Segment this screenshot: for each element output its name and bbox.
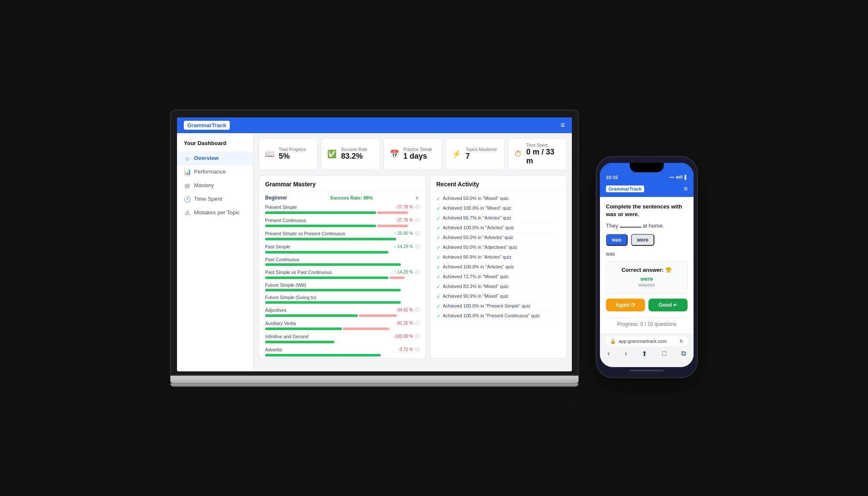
sidebar-label-overview: Overview bbox=[194, 155, 219, 161]
success-rate-label: Success Rate: bbox=[330, 195, 362, 200]
sidebar-label-performance: Performance bbox=[194, 168, 226, 175]
bar-row-11 bbox=[265, 354, 420, 356]
phone-content: Complete the sentences with was or were.… bbox=[600, 197, 694, 333]
bookmarks-btn[interactable]: □ bbox=[662, 350, 666, 357]
activity-item: ✓ Achieved 100.0% in "Articles" quiz bbox=[437, 262, 561, 272]
forward-btn[interactable]: › bbox=[625, 350, 627, 357]
bar-red-0 bbox=[377, 211, 408, 214]
phone-menu-icon[interactable]: ≡ bbox=[684, 185, 688, 193]
stat-info-streak: Practice Streak 1 days bbox=[403, 147, 432, 161]
timer-icon: ⏱ bbox=[514, 150, 522, 159]
bar-row-1 bbox=[265, 225, 420, 227]
activity-text: Achieved 50.0% in "Adverbs" quiz bbox=[443, 235, 514, 240]
stat-label-total: Total Progress bbox=[279, 147, 306, 152]
topic-name-10: Infinitive and Gerund bbox=[265, 334, 308, 339]
scene: GrammarTrack ≡ Your Dashboard ⌂ Overview… bbox=[170, 110, 698, 387]
topic-row-1: Present Continuous -27.78 % ⓘ bbox=[265, 216, 420, 229]
stat-label-streak: Practice Streak bbox=[403, 147, 432, 152]
option-was[interactable]: was bbox=[606, 234, 628, 246]
sidebar-item-overview[interactable]: ⌂ Overview bbox=[177, 151, 253, 165]
topic-pct-2: ↑ 25.00 % ⓘ bbox=[394, 231, 419, 237]
option-were[interactable]: were bbox=[631, 234, 654, 246]
activity-item: ✓ Achieved 90.9% in "Articles" quiz bbox=[437, 253, 561, 262]
stat-value-mastered: 7 bbox=[465, 152, 497, 161]
beginner-section: Beginner Success Rate: 88% ∧ bbox=[259, 191, 425, 358]
topic-pct-11: -3.72 % ⓘ bbox=[398, 347, 419, 353]
bar-green-0 bbox=[265, 211, 376, 214]
chevron-icon[interactable]: ∧ bbox=[415, 195, 419, 201]
hamburger-icon[interactable]: ≡ bbox=[560, 121, 565, 130]
stat-value-total: 5% bbox=[279, 152, 306, 161]
check-icon: ✓ bbox=[437, 294, 440, 299]
topic-row-3: Past Simple ↑ 14.29 % ⓘ bbox=[265, 242, 420, 255]
bar-red-9 bbox=[343, 328, 389, 330]
activity-text: Achieved 90.9% in "Mixed" quiz bbox=[443, 294, 509, 299]
sidebar-item-time-spent[interactable]: 🕐 Time Spent bbox=[177, 192, 253, 206]
sidebar-item-performance[interactable]: 📊 Performance bbox=[177, 165, 253, 179]
topic-pct-3: ↑ 14.29 % ⓘ bbox=[394, 244, 419, 250]
topic-row-9: Auxiliary Verbs -81.25 % ⓘ bbox=[265, 319, 420, 332]
check-icon: ✓ bbox=[437, 284, 440, 290]
reload-icon[interactable]: ↻ bbox=[680, 339, 683, 344]
bar-row-0 bbox=[265, 211, 420, 214]
stats-row: 📖 Total Progress 5% ✅ Success Rate bbox=[259, 138, 567, 170]
phone-divider bbox=[606, 317, 688, 318]
share-btn[interactable]: ⬆ bbox=[642, 350, 647, 358]
phone-question-title: Complete the sentences with was or were. bbox=[606, 203, 688, 218]
bar-green-1 bbox=[265, 225, 376, 227]
topic-pct-0: -27.78 % ⓘ bbox=[396, 204, 420, 210]
phone-blank bbox=[620, 227, 641, 228]
tabs-btn[interactable]: ⧉ bbox=[681, 350, 686, 357]
phone-result-title: Correct answer: 😤 bbox=[611, 267, 682, 273]
laptop-bezel: GrammarTrack ≡ Your Dashboard ⌂ Overview… bbox=[170, 110, 579, 376]
beginner-header: Beginner Success Rate: 88% ∧ bbox=[265, 191, 420, 202]
bar-green-8 bbox=[265, 314, 358, 317]
bar-green-9 bbox=[265, 328, 342, 330]
activity-text: Achieved 83.3% in "Mixed" quiz bbox=[443, 284, 509, 289]
topic-row-11: Adverbs -3.72 % ⓘ bbox=[265, 345, 420, 358]
activity-text: Achieved 72.7% in "Mixed" quiz bbox=[443, 274, 509, 279]
stat-card-time: ⏱ Time Spent 0 m / 33 m bbox=[508, 138, 567, 170]
phone-url-bar[interactable]: 🔒 app.grammartrack.com ↻ bbox=[606, 336, 688, 346]
check-icon: ✓ bbox=[437, 304, 440, 309]
laptop-screen: GrammarTrack ≡ Your Dashboard ⌂ Overview… bbox=[177, 117, 572, 371]
topic-row-0: Present Simple -27.78 % ⓘ bbox=[265, 202, 420, 216]
topic-pct-5: ↑ 14.29 % ⓘ bbox=[394, 269, 419, 275]
sidebar-item-mastery[interactable]: ◎ Mastery bbox=[177, 179, 253, 192]
activity-item: ✓ Achieved 100.0% in "Articles" quiz bbox=[437, 223, 561, 233]
success-rate-display: Success Rate: 88% bbox=[330, 195, 373, 200]
good-button[interactable]: Good ↵ bbox=[648, 299, 688, 311]
sidebar: Your Dashboard ⌂ Overview 📊 Performance … bbox=[177, 133, 254, 371]
topic-pct-9: -81.25 % ⓘ bbox=[396, 320, 420, 326]
phone-nav-row: ‹ › ⬆ □ ⧉ bbox=[606, 349, 688, 359]
phone-topbar: GrammarTrack ≡ bbox=[600, 182, 694, 197]
success-rate-value: 88% bbox=[363, 195, 373, 200]
mastery-icon: ◎ bbox=[184, 182, 191, 189]
bar-row-3 bbox=[265, 251, 420, 254]
app-body: Your Dashboard ⌂ Overview 📊 Performance … bbox=[177, 133, 572, 371]
stat-card-success-rate: ✅ Success Rate 83.2% bbox=[321, 138, 380, 170]
activity-item: ✓ Achieved 100.0% in "Present Continuous… bbox=[437, 311, 561, 321]
phone-bottom-bar: 🔒 app.grammartrack.com ↻ ‹ › ⬆ □ ⧉ bbox=[600, 333, 694, 362]
activity-text: Achieved 50.0% in "Adjectives" quiz bbox=[443, 245, 517, 250]
topic-name-6: Future Simple (Will) bbox=[265, 282, 306, 288]
bar-green-2 bbox=[265, 238, 396, 240]
bar-row-8 bbox=[265, 314, 420, 317]
mastery-panel: Grammar Mastery Beginner Success Rate: 8… bbox=[259, 175, 426, 359]
stat-label-success: Success Rate bbox=[341, 147, 367, 152]
phone-home-indicator[interactable] bbox=[630, 370, 664, 371]
bar-green-11 bbox=[265, 354, 381, 356]
sidebar-item-mistakes[interactable]: ⚠ Mistakes per Topic bbox=[177, 206, 253, 219]
topic-pct-8: -34.62 % ⓘ bbox=[396, 307, 420, 313]
lock-icon: 🔒 bbox=[610, 339, 616, 344]
topic-row-5: Past Simple vs Past Continuous ↑ 14.29 %… bbox=[265, 268, 420, 281]
stat-info-total: Total Progress 5% bbox=[279, 147, 306, 161]
check-icon: ✓ bbox=[437, 225, 440, 231]
bar-green-4 bbox=[265, 263, 401, 266]
stat-label-time: Time Spent bbox=[526, 143, 560, 148]
laptop: GrammarTrack ≡ Your Dashboard ⌂ Overview… bbox=[170, 110, 579, 387]
activity-item: ✓ Achieved 90.9% in "Mixed" quiz bbox=[437, 292, 561, 302]
bar-green-5 bbox=[265, 277, 388, 279]
back-btn[interactable]: ‹ bbox=[608, 350, 610, 357]
again-button[interactable]: Again ⟳ bbox=[606, 299, 645, 311]
